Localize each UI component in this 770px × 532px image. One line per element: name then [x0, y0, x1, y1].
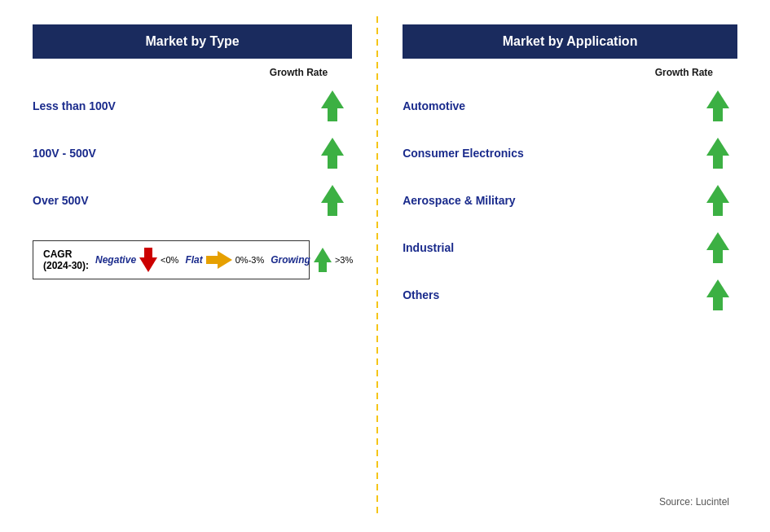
green-up-arrow-icon — [321, 138, 344, 169]
legend-negative: Negative <0% — [95, 248, 178, 272]
item-label: Consumer Electronics — [403, 147, 524, 160]
item-label: Aerospace & Military — [403, 194, 516, 207]
right-panel-header: Market by Application — [403, 24, 737, 59]
green-up-arrow-icon — [706, 279, 729, 310]
legend-box: CAGR(2024-30): Negative <0% Flat 0%-3% G… — [33, 240, 310, 279]
red-down-arrow-icon — [139, 248, 157, 272]
negative-value: <0% — [161, 255, 178, 265]
green-up-arrow-icon — [706, 138, 729, 169]
list-item: Automotive — [403, 82, 737, 130]
list-item: Industrial — [403, 224, 737, 271]
list-item: Over 500V — [33, 177, 352, 224]
list-item: Less than 100V — [33, 82, 352, 130]
flat-value: 0%-3% — [235, 255, 264, 265]
right-panel-title: Market by Application — [503, 34, 638, 48]
yellow-right-arrow-icon — [206, 251, 232, 269]
legend-green-up-arrow-icon — [314, 248, 332, 272]
left-panel-title: Market by Type — [145, 34, 239, 48]
cagr-label: CAGR(2024-30): — [43, 248, 89, 271]
green-up-arrow-icon — [706, 232, 729, 263]
item-label: 100V - 500V — [33, 147, 96, 160]
item-label: Automotive — [403, 99, 465, 112]
legend-flat: Flat 0%-3% — [185, 251, 264, 269]
right-panel: Market by Application Growth Rate Automo… — [386, 16, 754, 516]
left-panel: Market by Type Growth Rate Less than 100… — [16, 16, 368, 516]
item-label: Industrial — [403, 241, 454, 254]
main-container: Market by Type Growth Rate Less than 100… — [0, 0, 770, 532]
item-label: Others — [403, 288, 439, 301]
growing-label: Growing — [271, 254, 310, 266]
green-up-arrow-icon — [321, 185, 344, 216]
green-up-arrow-icon — [706, 90, 729, 121]
list-item: Others — [403, 271, 737, 319]
flat-label: Flat — [185, 254, 202, 266]
source-text: Source: Lucintel — [403, 496, 737, 508]
list-item: Aerospace & Military — [403, 177, 737, 224]
green-up-arrow-icon — [706, 185, 729, 216]
item-label: Less than 100V — [33, 99, 116, 112]
left-growth-rate-label: Growth Rate — [33, 67, 352, 78]
panel-divider — [376, 16, 378, 516]
legend-growing: Growing >3% — [271, 248, 353, 272]
negative-label: Negative — [95, 254, 136, 266]
right-growth-rate-label: Growth Rate — [403, 67, 737, 78]
green-up-arrow-icon — [321, 90, 344, 121]
item-label: Over 500V — [33, 194, 89, 207]
right-panel-content: Growth Rate Automotive Consumer Electron… — [403, 67, 737, 508]
growing-value: >3% — [335, 255, 353, 265]
list-item: 100V - 500V — [33, 130, 352, 177]
left-panel-header: Market by Type — [33, 24, 352, 59]
left-panel-content: Growth Rate Less than 100V 100V - 500V O… — [33, 67, 352, 508]
legend-section: CAGR(2024-30): Negative <0% Flat 0%-3% G… — [33, 240, 352, 279]
list-item: Consumer Electronics — [403, 130, 737, 177]
